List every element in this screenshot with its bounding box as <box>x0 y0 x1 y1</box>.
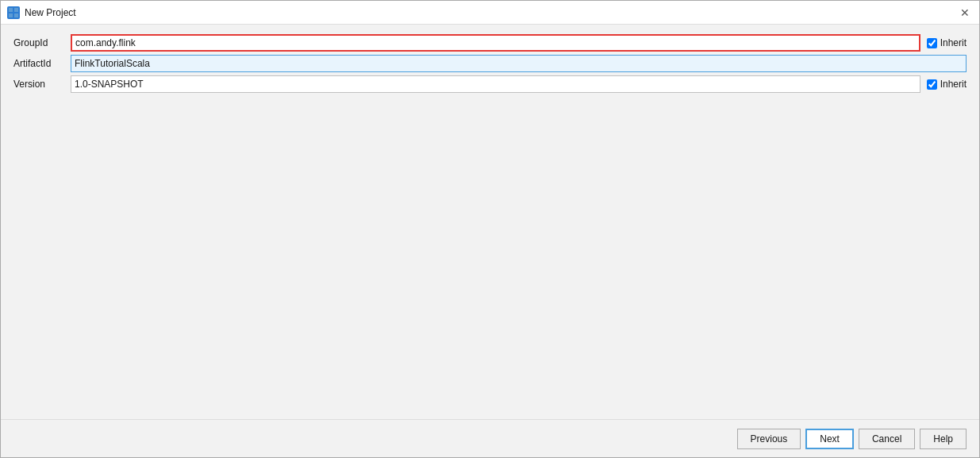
artifactid-input[interactable] <box>71 55 967 72</box>
groupid-label: GroupId <box>13 37 71 48</box>
version-row: Version Inherit <box>13 75 967 93</box>
artifactid-row: ArtifactId <box>13 55 967 72</box>
cancel-button[interactable]: Cancel <box>859 429 915 449</box>
groupid-row: GroupId Inherit <box>13 34 967 52</box>
help-button[interactable]: Help <box>920 429 967 449</box>
title-bar-left: New Project <box>7 6 76 19</box>
version-label: Version <box>13 79 71 90</box>
bottom-bar: Previous Next Cancel Help <box>1 419 979 457</box>
artifactid-label: ArtifactId <box>13 58 71 69</box>
version-input[interactable] <box>71 75 920 93</box>
groupid-inherit-checkbox[interactable] <box>927 38 937 48</box>
groupid-input-wrapper <box>71 34 920 52</box>
svg-rect-2 <box>9 13 13 17</box>
title-bar: New Project ✕ <box>1 1 979 25</box>
groupid-inherit-label: Inherit <box>940 37 967 48</box>
dialog-title: New Project <box>25 7 76 18</box>
groupid-inherit-wrapper: Inherit <box>927 37 967 48</box>
version-inherit-checkbox[interactable] <box>927 79 937 90</box>
svg-rect-3 <box>14 13 18 17</box>
next-button[interactable]: Next <box>805 429 854 449</box>
groupid-input[interactable] <box>71 34 920 52</box>
svg-rect-1 <box>14 8 18 12</box>
content-area: GroupId Inherit ArtifactId Version <box>1 25 979 419</box>
previous-button[interactable]: Previous <box>737 429 801 449</box>
content-spacer <box>13 96 967 410</box>
artifactid-input-wrapper <box>71 55 967 72</box>
dialog-icon <box>7 6 20 19</box>
version-inherit-label: Inherit <box>940 79 967 90</box>
close-button[interactable]: ✕ <box>957 5 973 21</box>
version-inherit-wrapper: Inherit <box>927 79 967 90</box>
version-input-wrapper <box>71 75 920 93</box>
svg-rect-0 <box>9 8 13 12</box>
new-project-dialog: New Project ✕ GroupId Inherit ArtifactId… <box>0 0 980 458</box>
